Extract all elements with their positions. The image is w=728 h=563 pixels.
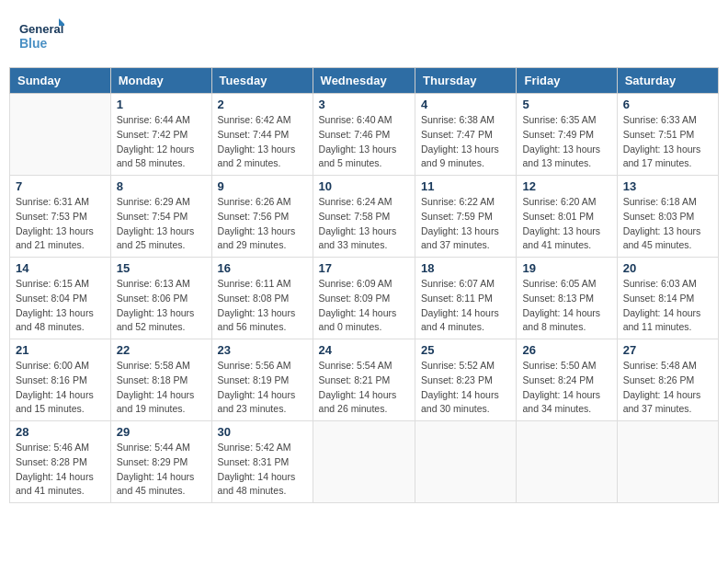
- calendar-cell: 25Sunrise: 5:52 AM Sunset: 8:23 PM Dayli…: [415, 339, 517, 421]
- calendar-cell: 6Sunrise: 6:33 AM Sunset: 7:51 PM Daylig…: [617, 94, 718, 176]
- calendar-cell: 19Sunrise: 6:05 AM Sunset: 8:13 PM Dayli…: [517, 258, 617, 339]
- day-info: Sunrise: 5:50 AM Sunset: 8:24 PM Dayligh…: [522, 359, 610, 417]
- day-info: Sunrise: 6:26 AM Sunset: 7:56 PM Dayligh…: [218, 195, 307, 253]
- day-info: Sunrise: 6:18 AM Sunset: 8:03 PM Dayligh…: [623, 195, 712, 253]
- calendar-cell: 1Sunrise: 6:44 AM Sunset: 7:42 PM Daylig…: [110, 94, 211, 176]
- day-of-week-header: Wednesday: [313, 68, 415, 94]
- day-info: Sunrise: 6:38 AM Sunset: 7:47 PM Dayligh…: [421, 113, 510, 171]
- day-number: 30: [218, 425, 307, 439]
- day-info: Sunrise: 5:48 AM Sunset: 8:26 PM Dayligh…: [623, 359, 712, 417]
- day-number: 10: [319, 179, 409, 193]
- calendar-table: SundayMondayTuesdayWednesdayThursdayFrid…: [9, 67, 719, 503]
- page-header: General Blue: [9, 9, 719, 62]
- day-number: 20: [623, 261, 712, 275]
- calendar-cell: 29Sunrise: 5:44 AM Sunset: 8:29 PM Dayli…: [110, 421, 211, 503]
- day-info: Sunrise: 6:11 AM Sunset: 8:08 PM Dayligh…: [218, 277, 307, 335]
- calendar-cell: 9Sunrise: 6:26 AM Sunset: 7:56 PM Daylig…: [211, 176, 313, 258]
- calendar-cell: 23Sunrise: 5:56 AM Sunset: 8:19 PM Dayli…: [211, 339, 313, 421]
- calendar-week-row: 14Sunrise: 6:15 AM Sunset: 8:04 PM Dayli…: [10, 258, 719, 339]
- calendar-cell: 4Sunrise: 6:38 AM Sunset: 7:47 PM Daylig…: [415, 94, 517, 176]
- day-info: Sunrise: 6:40 AM Sunset: 7:46 PM Dayligh…: [319, 113, 409, 171]
- day-info: Sunrise: 6:33 AM Sunset: 7:51 PM Dayligh…: [623, 113, 712, 171]
- day-info: Sunrise: 6:20 AM Sunset: 8:01 PM Dayligh…: [522, 195, 610, 253]
- day-info: Sunrise: 6:03 AM Sunset: 8:14 PM Dayligh…: [623, 277, 712, 335]
- logo-svg: General Blue: [18, 17, 64, 58]
- day-number: 23: [218, 343, 307, 357]
- day-number: 15: [117, 261, 206, 275]
- day-number: 14: [16, 261, 105, 275]
- day-number: 13: [623, 179, 712, 193]
- day-number: 27: [623, 343, 712, 357]
- calendar-cell: 15Sunrise: 6:13 AM Sunset: 8:06 PM Dayli…: [110, 258, 211, 339]
- calendar-cell: 24Sunrise: 5:54 AM Sunset: 8:21 PM Dayli…: [313, 339, 415, 421]
- calendar-cell: 8Sunrise: 6:29 AM Sunset: 7:54 PM Daylig…: [110, 176, 211, 258]
- calendar-cell: 17Sunrise: 6:09 AM Sunset: 8:09 PM Dayli…: [313, 258, 415, 339]
- day-number: 22: [117, 343, 206, 357]
- day-number: 4: [421, 98, 510, 111]
- day-info: Sunrise: 5:52 AM Sunset: 8:23 PM Dayligh…: [421, 359, 510, 417]
- day-of-week-header: Tuesday: [211, 68, 313, 94]
- day-number: 5: [522, 98, 610, 111]
- day-of-week-header: Thursday: [415, 68, 517, 94]
- calendar-cell: 21Sunrise: 6:00 AM Sunset: 8:16 PM Dayli…: [10, 339, 111, 421]
- day-info: Sunrise: 6:42 AM Sunset: 7:44 PM Dayligh…: [218, 113, 307, 171]
- day-info: Sunrise: 6:22 AM Sunset: 7:59 PM Dayligh…: [421, 195, 510, 253]
- calendar-cell: 16Sunrise: 6:11 AM Sunset: 8:08 PM Dayli…: [211, 258, 313, 339]
- calendar-cell: [617, 421, 718, 503]
- calendar-cell: 11Sunrise: 6:22 AM Sunset: 7:59 PM Dayli…: [415, 176, 517, 258]
- day-number: 28: [16, 425, 105, 439]
- calendar-cell: 30Sunrise: 5:42 AM Sunset: 8:31 PM Dayli…: [211, 421, 313, 503]
- calendar-cell: 26Sunrise: 5:50 AM Sunset: 8:24 PM Dayli…: [517, 339, 617, 421]
- day-number: 12: [522, 179, 610, 193]
- calendar-cell: [415, 421, 517, 503]
- day-number: 7: [16, 179, 105, 193]
- calendar-cell: 3Sunrise: 6:40 AM Sunset: 7:46 PM Daylig…: [313, 94, 415, 176]
- svg-text:General: General: [19, 22, 63, 36]
- calendar-cell: [517, 421, 617, 503]
- day-info: Sunrise: 6:29 AM Sunset: 7:54 PM Dayligh…: [117, 195, 206, 253]
- day-number: 1: [117, 98, 206, 111]
- day-info: Sunrise: 5:42 AM Sunset: 8:31 PM Dayligh…: [218, 441, 307, 499]
- day-number: 21: [16, 343, 105, 357]
- day-info: Sunrise: 6:09 AM Sunset: 8:09 PM Dayligh…: [319, 277, 409, 335]
- day-info: Sunrise: 6:24 AM Sunset: 7:58 PM Dayligh…: [319, 195, 409, 253]
- calendar-cell: [313, 421, 415, 503]
- calendar-cell: 18Sunrise: 6:07 AM Sunset: 8:11 PM Dayli…: [415, 258, 517, 339]
- day-number: 3: [319, 98, 409, 111]
- calendar-cell: 10Sunrise: 6:24 AM Sunset: 7:58 PM Dayli…: [313, 176, 415, 258]
- day-info: Sunrise: 5:54 AM Sunset: 8:21 PM Dayligh…: [319, 359, 409, 417]
- calendar-cell: 2Sunrise: 6:42 AM Sunset: 7:44 PM Daylig…: [211, 94, 313, 176]
- calendar-cell: 27Sunrise: 5:48 AM Sunset: 8:26 PM Dayli…: [617, 339, 718, 421]
- day-info: Sunrise: 5:56 AM Sunset: 8:19 PM Dayligh…: [218, 359, 307, 417]
- day-number: 6: [623, 98, 712, 111]
- day-number: 9: [218, 179, 307, 193]
- day-number: 2: [218, 98, 307, 111]
- day-number: 24: [319, 343, 409, 357]
- calendar-week-row: 28Sunrise: 5:46 AM Sunset: 8:28 PM Dayli…: [10, 421, 719, 503]
- calendar-week-row: 7Sunrise: 6:31 AM Sunset: 7:53 PM Daylig…: [10, 176, 719, 258]
- calendar-cell: [10, 94, 111, 176]
- calendar-cell: 20Sunrise: 6:03 AM Sunset: 8:14 PM Dayli…: [617, 258, 718, 339]
- day-number: 25: [421, 343, 510, 357]
- day-number: 17: [319, 261, 409, 275]
- day-info: Sunrise: 6:00 AM Sunset: 8:16 PM Dayligh…: [16, 359, 105, 417]
- day-of-week-header: Monday: [110, 68, 211, 94]
- day-info: Sunrise: 6:44 AM Sunset: 7:42 PM Dayligh…: [117, 113, 206, 171]
- calendar-cell: 12Sunrise: 6:20 AM Sunset: 8:01 PM Dayli…: [517, 176, 617, 258]
- day-number: 29: [117, 425, 206, 439]
- calendar-cell: 28Sunrise: 5:46 AM Sunset: 8:28 PM Dayli…: [10, 421, 111, 503]
- calendar-cell: 14Sunrise: 6:15 AM Sunset: 8:04 PM Dayli…: [10, 258, 111, 339]
- day-of-week-header: Saturday: [617, 68, 718, 94]
- day-number: 8: [117, 179, 206, 193]
- day-number: 26: [522, 343, 610, 357]
- day-info: Sunrise: 5:44 AM Sunset: 8:29 PM Dayligh…: [117, 441, 206, 499]
- calendar-week-row: 1Sunrise: 6:44 AM Sunset: 7:42 PM Daylig…: [10, 94, 719, 176]
- day-info: Sunrise: 6:05 AM Sunset: 8:13 PM Dayligh…: [522, 277, 610, 335]
- day-info: Sunrise: 6:07 AM Sunset: 8:11 PM Dayligh…: [421, 277, 510, 335]
- day-info: Sunrise: 6:35 AM Sunset: 7:49 PM Dayligh…: [522, 113, 610, 171]
- calendar-cell: 5Sunrise: 6:35 AM Sunset: 7:49 PM Daylig…: [517, 94, 617, 176]
- calendar-cell: 22Sunrise: 5:58 AM Sunset: 8:18 PM Dayli…: [110, 339, 211, 421]
- day-info: Sunrise: 5:58 AM Sunset: 8:18 PM Dayligh…: [117, 359, 206, 417]
- logo: General Blue: [18, 17, 110, 58]
- day-number: 16: [218, 261, 307, 275]
